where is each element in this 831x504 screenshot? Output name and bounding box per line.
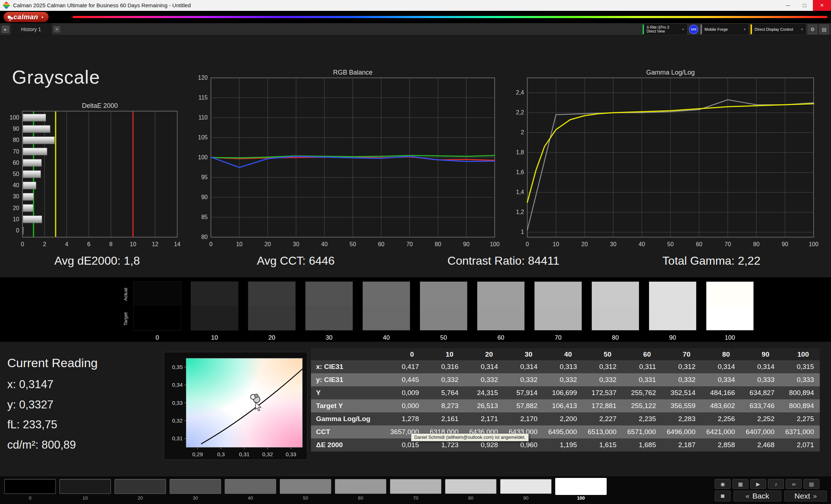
svg-text:0,32: 0,32: [172, 417, 183, 424]
pattern-patch-button-100[interactable]: 100: [555, 479, 607, 501]
next-button[interactable]: Next »: [784, 491, 827, 501]
rgb-balance-chart: 8085909510010511011512001020304050607080…: [194, 69, 513, 253]
svg-text:6: 6: [87, 241, 91, 247]
history-panel-toggle[interactable]: ▸: [2, 26, 9, 33]
note-icon[interactable]: ♪: [768, 479, 784, 489]
pattern-patch-button-30[interactable]: 30: [170, 479, 221, 501]
loop-icon[interactable]: ∞: [786, 479, 802, 489]
pattern-patch-button-60[interactable]: 60: [335, 479, 386, 501]
svg-text:10: 10: [130, 241, 136, 247]
page-title: Grayscale: [12, 66, 100, 88]
table-cell: 6496,000: [662, 425, 701, 438]
svg-text:100: 100: [198, 154, 208, 160]
grayscale-swatch-40: [362, 281, 410, 331]
display-control-selector[interactable]: Direct Display Control ▾: [751, 24, 806, 34]
settings-gear-button[interactable]: ⚙: [808, 25, 817, 34]
table-cell: 6371,000: [780, 425, 820, 438]
calman-logo-menu[interactable]: calman ▾: [4, 12, 49, 22]
pattern-patch-button-20[interactable]: 20: [115, 479, 166, 501]
gamma-loglog-chart: 11,21,41,61,822,22,401020304050607080901…: [511, 69, 831, 253]
pattern-patch-button-50[interactable]: 50: [280, 479, 331, 501]
patch-swatch: [225, 479, 276, 494]
table-cell: 0,332: [425, 373, 464, 386]
swatch-actual: [306, 282, 353, 306]
layout-button[interactable]: ▤: [819, 25, 829, 34]
source-selector[interactable]: Mobile Forge ▾: [701, 24, 748, 34]
row-label: x: CIE31: [311, 360, 385, 373]
back-label: Back: [752, 492, 769, 500]
table-cell: 106,699: [543, 386, 583, 399]
svg-text:0,31: 0,31: [239, 451, 249, 457]
stop-icon: ■: [720, 492, 724, 500]
play-icon[interactable]: ▶: [750, 479, 766, 489]
pattern-patch-button-80[interactable]: 80: [445, 479, 496, 501]
row-label: CCT: [311, 425, 385, 438]
svg-text:30: 30: [13, 193, 19, 200]
patch-level-label: 60: [335, 495, 386, 501]
table-row: Gamma Log/Log1,2782,1612,1712,1702,2002,…: [311, 412, 820, 425]
grayscale-swatch-20: [248, 281, 296, 331]
svg-text:90: 90: [782, 241, 788, 247]
grayscale-swatch-50: [420, 281, 468, 331]
pattern-patch-button-90[interactable]: 90: [500, 479, 552, 501]
swatch-target: [248, 306, 295, 330]
svg-text:0,33: 0,33: [286, 451, 296, 457]
svg-text:105: 105: [198, 134, 208, 140]
table-cell: 8,273: [425, 399, 464, 412]
patch-swatch: [445, 479, 496, 494]
back-button[interactable]: « Back: [734, 491, 781, 501]
grayscale-swatch-90: [649, 281, 697, 331]
swatch-actual: [248, 282, 295, 306]
patch-level-label: 40: [225, 495, 276, 501]
column-header: 80: [701, 348, 741, 360]
grid-icon[interactable]: ▦: [732, 479, 748, 489]
patch-level-label: 0: [4, 495, 56, 501]
grayscale-swatch-10: [191, 281, 238, 331]
svg-text:80: 80: [13, 137, 19, 143]
svg-text:0: 0: [16, 227, 19, 234]
actual-row-label: Actual: [122, 283, 128, 306]
pattern-patch-button-10[interactable]: 10: [59, 479, 111, 501]
table-row: CCT3657,0006318,0006436,0006433,0006495,…: [311, 425, 820, 438]
svg-text:0: 0: [21, 241, 24, 247]
pattern-patch-button-70[interactable]: 70: [390, 479, 441, 501]
cie-chromaticity-chart: 0,350,340,330,320,310,290,30,310,320,33: [164, 352, 307, 460]
pattern-patch-button-40[interactable]: 40: [225, 479, 276, 501]
svg-text:100: 100: [490, 241, 500, 247]
table-cell: 0,311: [622, 360, 662, 373]
svg-text:40: 40: [639, 241, 645, 247]
table-corner: [311, 348, 385, 360]
grayscale-swatch-0: [133, 281, 181, 331]
svg-text:50: 50: [13, 171, 19, 177]
table-cell: 0,332: [543, 373, 583, 386]
tab-history-1[interactable]: History 1: [11, 23, 51, 35]
svg-text:90: 90: [13, 126, 19, 132]
table-cell: 6495,000: [543, 425, 583, 438]
maximize-button[interactable]: □: [796, 0, 813, 11]
swatch-target: [649, 306, 696, 330]
table-cell: 255,122: [622, 399, 662, 412]
pattern-patch-button-0[interactable]: 0: [4, 479, 56, 501]
svg-text:2,2: 2,2: [516, 109, 524, 116]
table-cell: 172,537: [583, 386, 622, 399]
table-cell: 255,762: [622, 386, 662, 399]
add-tab-button[interactable]: +: [54, 26, 60, 33]
column-header: 50: [583, 348, 622, 360]
row-label: ΔE 2000: [311, 438, 385, 452]
table-cell: 2,283: [662, 412, 701, 425]
table-cell: 57,914: [504, 386, 543, 399]
pattern-toolbar: ◉▦▶♪∞▤: [715, 479, 819, 489]
meter-selector[interactable]: X-Rite i1Pro 3 Direct View ▾: [643, 24, 687, 34]
table-cell: 2,187: [662, 438, 701, 452]
minimize-button[interactable]: ─: [780, 0, 796, 11]
svg-text:60: 60: [378, 241, 385, 247]
reading-fl: fL: 233,75: [7, 418, 57, 431]
svg-text:70: 70: [13, 148, 19, 155]
patch-level-label: 50: [280, 495, 331, 501]
stop-button[interactable]: ■: [715, 491, 731, 501]
record-icon[interactable]: ◉: [715, 479, 731, 489]
table-row: Y0,0095,76424,31557,914106,699172,537255…: [311, 386, 820, 399]
close-button[interactable]: ×: [813, 0, 831, 11]
list-icon[interactable]: ▤: [803, 479, 819, 489]
target-row-label: Target: [122, 307, 128, 331]
